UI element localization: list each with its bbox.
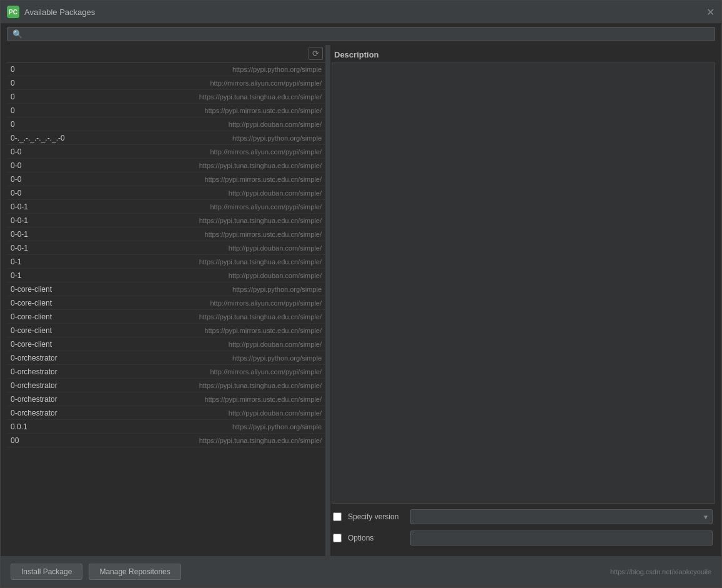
package-source: https://pypi.tuna.tsinghua.edu.cn/simple… bbox=[199, 93, 322, 101]
close-button[interactable]: ✕ bbox=[705, 7, 715, 17]
package-source: http://pypi.douban.com/simple/ bbox=[229, 341, 322, 348]
options-checkbox[interactable] bbox=[333, 534, 342, 542]
package-name: 0-0 bbox=[11, 189, 21, 197]
package-name: 0-orchestrator bbox=[11, 395, 57, 404]
status-url: https://blog.csdn.net/xiaokeyouile bbox=[610, 568, 711, 576]
specify-version-select-wrapper: ▼ bbox=[410, 509, 713, 524]
description-label: Description bbox=[330, 45, 715, 62]
table-row[interactable]: 0-1http://pypi.douban.com/simple/ bbox=[7, 269, 325, 282]
table-row[interactable]: 0https://pypi.python.org/simple bbox=[7, 62, 325, 76]
specify-version-select[interactable] bbox=[410, 509, 713, 524]
description-box bbox=[332, 62, 715, 504]
package-name: 0-core-client bbox=[11, 285, 52, 294]
package-name: 0-core-client bbox=[11, 299, 52, 307]
refresh-button[interactable]: ⟳ bbox=[309, 47, 323, 60]
package-source: https://pypi.mirrors.ustc.edu.cn/simple/ bbox=[204, 176, 322, 183]
package-list[interactable]: 0https://pypi.python.org/simple0http://m… bbox=[7, 62, 325, 556]
search-bar: 🔍 bbox=[1, 23, 721, 45]
table-row[interactable]: 0-orchestratorhttp://pypi.douban.com/sim… bbox=[7, 406, 325, 420]
install-package-button[interactable]: Install Package bbox=[11, 564, 82, 580]
table-row[interactable]: 0-0http://mirrors.aliyun.com/pypi/simple… bbox=[7, 145, 325, 159]
main-window: PC Available Packages ✕ 🔍 ⟳ 0https://pyp… bbox=[0, 0, 722, 588]
package-source: https://pypi.python.org/simple bbox=[232, 423, 322, 431]
package-source: http://pypi.douban.com/simple/ bbox=[229, 121, 322, 128]
title-bar: PC Available Packages ✕ bbox=[1, 1, 721, 23]
package-source: http://mirrors.aliyun.com/pypi/simple/ bbox=[210, 148, 322, 156]
search-wrapper: 🔍 bbox=[7, 27, 715, 41]
package-source: http://pypi.douban.com/simple/ bbox=[229, 272, 322, 279]
options-area: Specify version ▼ Options bbox=[330, 504, 715, 556]
package-list-header: ⟳ bbox=[7, 45, 325, 62]
table-row[interactable]: 0https://pypi.mirrors.ustc.edu.cn/simple… bbox=[7, 104, 325, 117]
package-source: https://pypi.mirrors.ustc.edu.cn/simple/ bbox=[204, 107, 322, 114]
package-name: 0-orchestrator bbox=[11, 367, 57, 376]
package-name: 0.0.1 bbox=[11, 422, 27, 431]
table-row[interactable]: 00https://pypi.tuna.tsinghua.edu.cn/simp… bbox=[7, 434, 325, 447]
table-row[interactable]: 0-core-clienthttp://pypi.douban.com/simp… bbox=[7, 337, 325, 351]
options-label: Options bbox=[348, 534, 404, 542]
table-row[interactable]: 0http://pypi.douban.com/simple/ bbox=[7, 117, 325, 131]
package-name: 0-core-client bbox=[11, 340, 52, 349]
package-name: 0 bbox=[11, 120, 15, 129]
package-name: 0 bbox=[11, 92, 15, 101]
package-name: 0-0-1 bbox=[11, 230, 28, 239]
title-bar-left: PC Available Packages bbox=[7, 6, 95, 18]
package-name: 0-0-1 bbox=[11, 216, 28, 225]
table-row[interactable]: 0.0.1https://pypi.python.org/simple bbox=[7, 420, 325, 434]
package-name: 0 bbox=[11, 106, 15, 115]
table-row[interactable]: 0-core-clienthttps://pypi.tuna.tsinghua.… bbox=[7, 310, 325, 324]
package-source: https://pypi.tuna.tsinghua.edu.cn/simple… bbox=[199, 313, 322, 321]
table-row[interactable]: 0-0-1http://pypi.douban.com/simple/ bbox=[7, 241, 325, 255]
app-icon: PC bbox=[7, 6, 19, 18]
table-row[interactable]: 0-orchestratorhttps://pypi.mirrors.ustc.… bbox=[7, 392, 325, 406]
specify-version-row: Specify version ▼ bbox=[333, 509, 713, 525]
package-source: https://pypi.mirrors.ustc.edu.cn/simple/ bbox=[204, 231, 322, 238]
table-row[interactable]: 0-0-1https://pypi.mirrors.ustc.edu.cn/si… bbox=[7, 227, 325, 241]
package-source: https://pypi.mirrors.ustc.edu.cn/simple/ bbox=[204, 327, 322, 334]
package-source: https://pypi.tuna.tsinghua.edu.cn/simple… bbox=[199, 382, 322, 389]
package-name: 0-0-1 bbox=[11, 244, 28, 252]
table-row[interactable]: 0-core-clienthttps://pypi.mirrors.ustc.e… bbox=[7, 324, 325, 337]
table-row[interactable]: 0-core-clienthttp://mirrors.aliyun.com/p… bbox=[7, 296, 325, 310]
table-row[interactable]: 0-orchestratorhttp://mirrors.aliyun.com/… bbox=[7, 365, 325, 379]
search-input[interactable] bbox=[26, 30, 710, 39]
specify-version-checkbox[interactable] bbox=[333, 512, 342, 521]
package-name: 0-orchestrator bbox=[11, 409, 57, 417]
package-name: 0 bbox=[11, 79, 15, 87]
package-source: http://mirrors.aliyun.com/pypi/simple/ bbox=[210, 299, 322, 307]
package-name: 0-1 bbox=[11, 257, 21, 266]
table-row[interactable]: 0-0http://pypi.douban.com/simple/ bbox=[7, 186, 325, 200]
bottom-bar: Install Package Manage Repositories http… bbox=[1, 556, 721, 587]
table-row[interactable]: 0-core-clienthttps://pypi.python.org/sim… bbox=[7, 282, 325, 296]
package-source: http://pypi.douban.com/simple/ bbox=[229, 189, 322, 197]
package-source: http://pypi.douban.com/simple/ bbox=[229, 409, 322, 417]
table-row[interactable]: 0-orchestratorhttps://pypi.python.org/si… bbox=[7, 351, 325, 365]
package-name: 0-0 bbox=[11, 175, 21, 184]
package-source: https://pypi.tuna.tsinghua.edu.cn/simple… bbox=[199, 437, 322, 444]
search-icon: 🔍 bbox=[12, 29, 22, 39]
table-row[interactable]: 0-1https://pypi.tuna.tsinghua.edu.cn/sim… bbox=[7, 255, 325, 269]
table-row[interactable]: 0-0https://pypi.mirrors.ustc.edu.cn/simp… bbox=[7, 172, 325, 186]
table-row[interactable]: 0-0-1https://pypi.tuna.tsinghua.edu.cn/s… bbox=[7, 214, 325, 227]
table-row[interactable]: 0-orchestratorhttps://pypi.tuna.tsinghua… bbox=[7, 379, 325, 392]
table-row[interactable]: 0-._.-._.-._.-._.-0https://pypi.python.o… bbox=[7, 131, 325, 145]
package-source: https://pypi.python.org/simple bbox=[232, 134, 322, 142]
package-name: 0-0 bbox=[11, 147, 21, 156]
table-row[interactable]: 0http://mirrors.aliyun.com/pypi/simple/ bbox=[7, 76, 325, 90]
package-source: http://mirrors.aliyun.com/pypi/simple/ bbox=[210, 203, 322, 211]
package-name: 0-0 bbox=[11, 161, 21, 170]
package-source: http://mirrors.aliyun.com/pypi/simple/ bbox=[210, 368, 322, 376]
table-row[interactable]: 0-0https://pypi.tuna.tsinghua.edu.cn/sim… bbox=[7, 159, 325, 172]
package-source: https://pypi.tuna.tsinghua.edu.cn/simple… bbox=[199, 162, 322, 169]
bottom-buttons: Install Package Manage Repositories bbox=[11, 564, 181, 580]
manage-repositories-button[interactable]: Manage Repositories bbox=[89, 564, 180, 580]
table-row[interactable]: 0https://pypi.tuna.tsinghua.edu.cn/simpl… bbox=[7, 90, 325, 104]
package-name: 0-core-client bbox=[11, 326, 52, 335]
window-title: Available Packages bbox=[24, 7, 95, 17]
package-name: 0-orchestrator bbox=[11, 354, 57, 362]
options-input[interactable] bbox=[410, 531, 713, 546]
table-row[interactable]: 0-0-1http://mirrors.aliyun.com/pypi/simp… bbox=[7, 200, 325, 214]
package-source: http://pypi.douban.com/simple/ bbox=[229, 244, 322, 252]
package-name: 0-core-client bbox=[11, 312, 52, 321]
left-panel: ⟳ 0https://pypi.python.org/simple0http:/… bbox=[7, 45, 325, 556]
